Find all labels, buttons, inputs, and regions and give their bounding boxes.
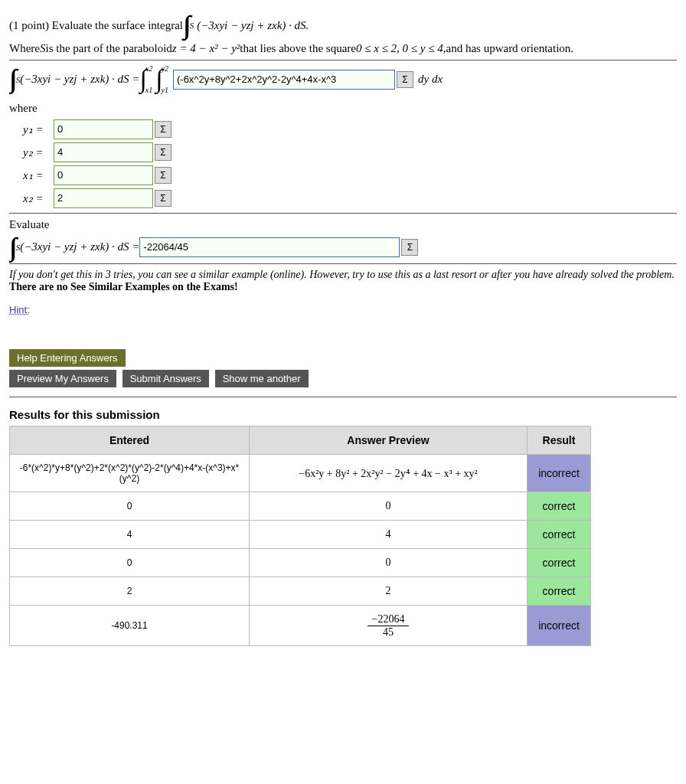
x1-input[interactable] [54,165,153,185]
integral-icon: ∫∫ [9,236,16,260]
show-another-button[interactable]: Show me another [215,370,309,387]
button-row-1: Help Entering Answers [9,349,677,367]
table-row: -6*(x^2)*y+8*(y^2)+2*(x^2)*(y^2)-2*(y^4)… [10,455,591,492]
divider [9,213,677,214]
z-eq: z = 4 − x² − y² [172,42,240,55]
where-text2: is the part of the paraboloid [45,42,172,55]
result-cell: incorrect [528,606,591,646]
sigma-button[interactable]: Σ [155,167,172,184]
dydx: dy dx [418,73,443,86]
note: If you don't get this in 3 tries, you ca… [9,269,677,293]
where-label: where [9,102,677,115]
preview-cell: −6x²y + 8y² + 2x²y² − 2y⁴ + 4x − x³ + xy… [250,455,528,492]
result-cell: correct [528,577,591,606]
int-y-limits: y2 y1 [162,65,168,94]
col-preview: Answer Preview [250,426,528,455]
divider [9,263,677,264]
button-row-2: Preview My Answers Submit Answers Show m… [9,370,677,387]
entered-cell: 0 [10,492,250,521]
where-text1: Where [9,42,40,55]
integral-icon: ∫∫ [183,14,190,38]
double-integral-2: ∫∫ S [9,67,20,91]
limits-group: y₁ = Σ y₂ = Σ x₁ = Σ x₂ = Σ [23,119,677,208]
sigma-button[interactable]: Σ [397,71,413,88]
int-y: ∫ y2 y1 [155,65,168,94]
submit-answers-button[interactable]: Submit Answers [122,370,209,387]
preview-cell: 0 [250,492,528,521]
integral-sub: S [190,21,194,30]
x2-row: x₂ = Σ [23,188,677,208]
col-result: Result [528,426,591,455]
preview-cell: 2 [250,577,528,606]
hint-link[interactable]: Hint: [9,304,30,315]
sigma-button[interactable]: Σ [155,190,172,207]
range: 0 ≤ x ≤ 2, 0 ≤ y ≤ 4, [356,42,446,55]
double-integral: ∫∫ S [183,14,194,38]
evaluate-label: Evaluate [9,218,677,231]
results-header: Results for this submission [9,408,677,421]
double-integral-3: ∫∫ S [9,236,20,260]
result-cell: incorrect [528,455,591,492]
y1-input[interactable] [54,119,153,139]
question-line: (1 point) Evaluate the surface integral … [9,14,677,38]
int-x: ∫ x2 x1 [139,65,152,94]
y1-label: y₁ = [23,122,54,136]
y2-input[interactable] [54,142,153,162]
entered-cell: 0 [10,549,250,577]
x2-input[interactable] [54,188,153,208]
help-entering-answers-button[interactable]: Help Entering Answers [9,349,126,367]
preview-cell: −2206445 [250,606,528,646]
preview-cell: 0 [250,549,528,577]
question-prefix: (1 point) Evaluate the surface integral [9,19,183,32]
table-row: 00correct [10,549,591,577]
entered-cell: -6*(x^2)*y+8*(y^2)+2*(x^2)*(y^2)-2*(y^4)… [10,455,250,492]
table-row: -490.311−2206445incorrect [10,606,591,646]
y1-row: y₁ = Σ [23,119,677,139]
sigma-button[interactable]: Σ [401,239,418,256]
y2-row: y₂ = Σ [23,142,677,162]
where-line: Where S is the part of the paraboloid z … [9,42,677,55]
divider [9,60,677,60]
entered-cell: 4 [10,521,250,549]
int-x-limits: x2 x1 [145,65,152,94]
where-text3: that lies above the square [240,42,356,55]
table-row: 44correct [10,521,591,549]
preview-answers-button[interactable]: Preview My Answers [9,370,116,387]
table-row: 22correct [10,577,591,606]
lhs: (−3xyi − yzj + zxk) · dS = [20,73,139,86]
vector-field: (−3xyi − yzj + zxk) · dS. [197,19,309,32]
col-entered: Entered [10,426,250,455]
note-bold: There are no See Similar Examples on the… [9,281,238,292]
eval-input[interactable] [139,237,400,257]
result-cell: correct [528,549,591,577]
divider [9,397,677,397]
y2-label: y₂ = [23,145,54,159]
integral-setup: ∫∫ S (−3xyi − yzj + zxk) · dS = ∫ x2 x1 … [9,65,677,94]
sigma-button[interactable]: Σ [155,144,172,161]
table-row: 00correct [10,492,591,521]
result-cell: correct [528,492,591,521]
x1-row: x₁ = Σ [23,165,677,185]
x2-label: x₂ = [23,191,54,205]
eval-lhs: (−3xyi − yzj + zxk) · dS = [20,240,139,253]
entered-cell: 2 [10,577,250,606]
preview-cell: 4 [250,521,528,549]
where-S: S [40,42,46,55]
result-cell: correct [528,521,591,549]
x1-label: x₁ = [23,168,54,182]
results-table: Entered Answer Preview Result -6*(x^2)*y… [9,426,591,646]
entered-cell: -490.311 [10,606,250,646]
sigma-button[interactable]: Σ [155,121,172,138]
evaluate-line: ∫∫ S (−3xyi − yzj + zxk) · dS = Σ [9,236,677,260]
integrand-input[interactable] [173,70,395,90]
integral-icon: ∫∫ [9,67,16,91]
where-text4: and has upward orientation. [446,42,573,55]
